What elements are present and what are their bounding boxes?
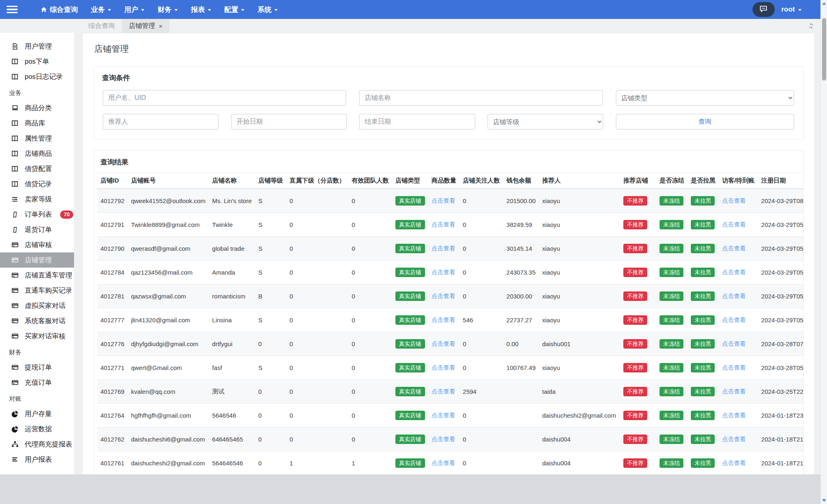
- sidebar-item-user-stock[interactable]: 用户存量: [0, 406, 74, 421]
- tab-dashboard[interactable]: 综合查询: [81, 19, 122, 33]
- goods-view-link[interactable]: 点击查看: [432, 197, 455, 204]
- nav-item-users[interactable]: 用户: [124, 5, 144, 14]
- sidebar-item-pos-order[interactable]: pos下单: [0, 54, 74, 69]
- start-date-input[interactable]: [231, 114, 347, 129]
- visitor-view-link[interactable]: 点击查看: [722, 460, 746, 466]
- column-header: 有效团队人数: [348, 173, 392, 189]
- shop-type-select[interactable]: 店铺类型: [616, 90, 794, 106]
- cell-level: 0: [255, 332, 286, 356]
- cell-level: S: [255, 213, 286, 237]
- sidebar-item-withdraw-orders[interactable]: 提现订单: [0, 360, 74, 375]
- sidebar-item-system-service-chat[interactable]: 系统客服对话: [0, 313, 74, 328]
- cell-balance: [503, 380, 539, 404]
- referrer-input[interactable]: [103, 114, 218, 129]
- goods-view-link[interactable]: 点击查看: [432, 436, 455, 442]
- cell-balance: [503, 451, 539, 475]
- close-icon[interactable]: ×: [159, 23, 163, 29]
- goods-view-link[interactable]: 点击查看: [432, 388, 455, 395]
- sidebar-item-virtual-buyer-chat[interactable]: 虚拟买家对话: [0, 298, 74, 313]
- nav-item-dashboard[interactable]: 综合查询: [41, 5, 78, 14]
- visitor-view-link[interactable]: 点击查看: [722, 221, 746, 228]
- nav-item-config[interactable]: 配置: [224, 5, 244, 14]
- goods-view-link[interactable]: 点击查看: [432, 269, 455, 275]
- tab-shop-management[interactable]: 店铺管理×: [122, 19, 170, 33]
- recommend-badge-cell: 不推荐: [620, 356, 656, 380]
- main-layout: 用户管理pos下单pos日志记录业务商品分类商品库属性管理店铺商品借贷配置借贷记…: [0, 33, 827, 474]
- visitor-view-link[interactable]: 点击查看: [722, 269, 746, 275]
- sidebar-item-attribute-management[interactable]: 属性管理: [0, 131, 74, 146]
- sidebar-item-user-report[interactable]: 用户报表: [0, 452, 74, 467]
- sidebar-item-buyer-chat-audit[interactable]: 买家对话审核: [0, 328, 74, 344]
- goods-view-link[interactable]: 点击查看: [432, 340, 455, 347]
- sidebar-item-label: pos日志记录: [25, 72, 63, 81]
- sidebar-item-return-orders[interactable]: 退货订单: [0, 222, 74, 237]
- visitor-view-link[interactable]: 点击查看: [722, 436, 746, 442]
- sidebar-item-train-purchase-records[interactable]: 直通车购买记录: [0, 283, 74, 298]
- sidebar-item-shop-train-management[interactable]: 店铺直通车管理: [0, 268, 74, 283]
- sidebar-item-loan-config[interactable]: 借贷配置: [0, 161, 74, 176]
- menu-toggle-icon[interactable]: [7, 6, 18, 14]
- visitor-view-link[interactable]: 点击查看: [722, 388, 746, 395]
- cell-reg_date: 2024-03-29T05:24:37: [758, 284, 803, 308]
- user-menu[interactable]: root: [781, 5, 801, 14]
- goods-view-link[interactable]: 点击查看: [432, 317, 455, 323]
- nav-item-system[interactable]: 系统: [258, 5, 278, 14]
- refresh-icon[interactable]: [808, 23, 815, 30]
- visitor-view-link[interactable]: 点击查看: [722, 412, 746, 418]
- visitor-view-link[interactable]: 点击查看: [722, 293, 746, 299]
- visitor-view-link[interactable]: 点击查看: [722, 245, 746, 252]
- sidebar-item-shop-audit[interactable]: 店铺审核: [0, 237, 74, 252]
- sidebar-item-user-management[interactable]: 用户管理: [0, 39, 74, 54]
- blacklist-badge: 未拉黑: [691, 435, 715, 444]
- scroll-down-icon[interactable]: [821, 499, 827, 502]
- recommend-badge-cell: 不推荐: [620, 261, 656, 284]
- indent-icon: [11, 196, 19, 203]
- table-row: 4012762daishucheshi6@gmail.com6464654650…: [97, 428, 803, 451]
- scrollbar-thumb[interactable]: [822, 18, 826, 81]
- goods-view-link[interactable]: 点击查看: [432, 245, 455, 252]
- visitor-view-link[interactable]: 点击查看: [722, 197, 746, 204]
- sidebar-item-goods-category[interactable]: 商品分类: [0, 100, 74, 116]
- goods-view-link[interactable]: 点击查看: [432, 364, 455, 371]
- scroll-up-icon[interactable]: [821, 2, 827, 5]
- username-uid-input[interactable]: [103, 90, 346, 106]
- cell-level: S: [255, 189, 286, 213]
- sidebar-item-recharge-orders[interactable]: 充值订单: [0, 375, 74, 390]
- vertical-scrollbar[interactable]: [820, 0, 827, 504]
- shop-type-badge: 真实店铺: [395, 411, 425, 421]
- goods-view-link[interactable]: 点击查看: [432, 460, 455, 466]
- sidebar-item-loan-records[interactable]: 借贷记录: [0, 176, 74, 192]
- sidebar-item-shop-goods[interactable]: 店铺商品: [0, 146, 74, 161]
- sidebar-item-agent-report[interactable]: 代理商充提报表: [0, 437, 74, 452]
- sidebar-item-pos-log[interactable]: pos日志记录: [0, 69, 74, 84]
- visitor-view-link[interactable]: 点击查看: [722, 364, 746, 371]
- chat-button[interactable]: [753, 2, 775, 17]
- blacklist-badge: 未拉黑: [691, 220, 715, 230]
- blacklist-badge: 未拉黑: [691, 268, 715, 277]
- page-footer: [0, 474, 827, 504]
- end-date-input[interactable]: [359, 114, 475, 129]
- nav-item-reports[interactable]: 报表: [191, 5, 211, 14]
- sidebar-item-shop-management[interactable]: 店铺管理: [0, 252, 74, 268]
- sidebar-section-label: 业务: [9, 89, 74, 97]
- shop-name-input[interactable]: [359, 90, 602, 106]
- shop-level-select[interactable]: 店铺等级: [488, 114, 603, 129]
- cell-followers: 546: [460, 308, 503, 332]
- goods-view-link[interactable]: 点击查看: [432, 293, 455, 299]
- sidebar-item-operation-data[interactable]: 运营数据: [0, 421, 74, 437]
- search-button[interactable]: 查询: [616, 114, 794, 129]
- goods-view-link[interactable]: 点击查看: [432, 221, 455, 228]
- frozen-badge-cell: 未冻结: [656, 451, 688, 475]
- cell-reg_date: 2024-03-28T07:24:53: [758, 332, 803, 356]
- sidebar-item-seller-level[interactable]: 卖家等级: [0, 192, 74, 207]
- nav-item-finance[interactable]: 财务: [158, 5, 178, 14]
- nav-item-business[interactable]: 业务: [91, 5, 111, 14]
- visitor-view-link[interactable]: 点击查看: [722, 317, 746, 323]
- shop-type-badge: 真实店铺: [395, 291, 425, 301]
- sidebar-item-goods-library[interactable]: 商品库: [0, 116, 74, 131]
- visitor-view-link-cell: 点击查看: [719, 332, 758, 356]
- goods-view-link[interactable]: 点击查看: [432, 412, 455, 418]
- visitor-view-link[interactable]: 点击查看: [722, 340, 746, 347]
- sidebar-item-order-list[interactable]: 订单列表70: [0, 207, 74, 222]
- cell-account: jlin41320@gmail.com: [128, 308, 209, 332]
